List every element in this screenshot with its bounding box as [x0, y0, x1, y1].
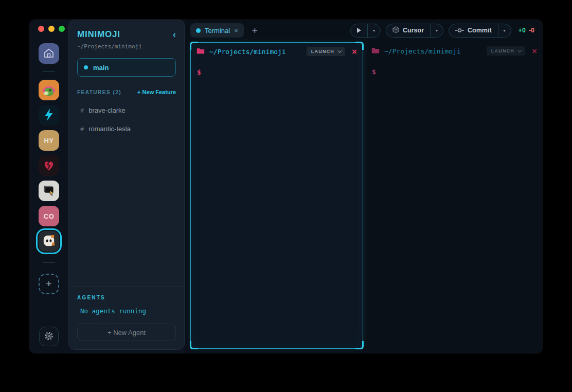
main-area: Terminal × + ▾ Cursor	[185, 20, 543, 353]
add-tab-button[interactable]: +	[252, 26, 258, 35]
traffic-lights	[29, 26, 65, 32]
project-avatar-bolt[interactable]	[39, 105, 59, 126]
diff-stat: +0 -0	[519, 27, 534, 34]
add-project-button[interactable]: +	[39, 274, 59, 294]
chevron-down-icon: ▾	[436, 28, 438, 33]
launch-label: LAUNCH	[491, 48, 514, 54]
cursor-button[interactable]: Cursor	[386, 24, 430, 37]
cursor-options-button[interactable]: ▾	[430, 24, 443, 37]
pane-header: ~/Projects/minimoji LAUNCH ×	[366, 42, 543, 60]
terminal-panes: ~/Projects/minimoji LAUNCH × $	[185, 41, 543, 353]
chevron-down-icon	[517, 48, 522, 52]
home-icon	[43, 47, 55, 61]
cursor-split-button: Cursor ▾	[386, 24, 443, 38]
project-sidebar: MINIMOJI ‹ ~/Projects/minimoji main FEAT…	[68, 20, 185, 350]
shell-prompt: $	[372, 68, 376, 76]
feature-name: romantic-tesla	[88, 125, 131, 133]
git-commit-icon	[455, 26, 464, 35]
focus-corner	[190, 42, 198, 50]
project-avatar-ghost-selected[interactable]	[39, 231, 59, 252]
project-rail: HY CO	[29, 20, 68, 353]
shell-prompt: $	[197, 68, 201, 76]
agents-empty-state: No agents running	[77, 307, 176, 315]
branch-status-dot	[84, 65, 88, 69]
screens-cursor-icon	[41, 182, 57, 200]
tab-status-dot	[196, 28, 201, 33]
terminal-pane-focused[interactable]: ~/Projects/minimoji LAUNCH × $	[190, 42, 363, 349]
avatar-label: CO	[44, 212, 55, 220]
collapse-sidebar-button[interactable]: ‹	[173, 30, 176, 39]
lightning-bolt-icon	[41, 107, 57, 124]
chevron-down-icon	[337, 48, 342, 52]
run-options-button[interactable]: ▾	[367, 24, 380, 37]
chevron-down-icon: ▾	[373, 28, 375, 33]
close-pane-button[interactable]: ×	[532, 47, 537, 56]
feature-item[interactable]: # romantic-tesla	[77, 120, 176, 137]
tab-bar: Terminal × + ▾ Cursor	[185, 20, 543, 41]
branch-name: main	[93, 64, 109, 72]
feature-item[interactable]: # brave-clarke	[77, 102, 176, 119]
features-header: FEATURES (2)	[77, 90, 121, 95]
pane-working-directory: ~/Projects/minimoji	[384, 47, 461, 55]
terminal-pane-unfocused[interactable]: ~/Projects/minimoji LAUNCH × $	[366, 42, 543, 353]
diff-added: +0	[519, 27, 526, 34]
avatar-label: HY	[44, 137, 53, 145]
pane-working-directory: ~/Projects/minimoji	[209, 48, 286, 56]
agents-section: AGENTS No agents running + New Agent	[69, 286, 184, 341]
tab-label: Terminal	[205, 27, 230, 34]
project-avatar-hy[interactable]: HY	[39, 130, 59, 151]
launch-label: LAUNCH	[311, 49, 334, 54]
terminal-output[interactable]: $	[366, 60, 543, 353]
commit-split-button: Commit ▾	[449, 24, 511, 38]
terminal-output[interactable]: $	[191, 60, 363, 348]
hash-icon: #	[80, 107, 84, 114]
broken-heart-icon	[41, 157, 57, 175]
settings-button[interactable]	[39, 327, 59, 346]
ghost-icon	[40, 232, 58, 251]
minimize-window-button[interactable]	[48, 26, 55, 32]
agents-header: AGENTS	[77, 295, 176, 300]
commit-button[interactable]: Commit	[449, 24, 498, 37]
run-split-button: ▾	[350, 24, 381, 38]
dino-headphones-icon	[40, 80, 58, 100]
tab-close-icon[interactable]: ×	[234, 27, 238, 34]
commit-button-label: Commit	[468, 27, 492, 34]
diff-removed: -0	[529, 27, 534, 34]
new-agent-button[interactable]: + New Agent	[77, 324, 176, 341]
focus-corner	[190, 341, 198, 349]
folder-icon	[371, 46, 380, 56]
focus-corner	[355, 341, 364, 349]
launch-dropdown-button[interactable]: LAUNCH	[307, 47, 345, 56]
project-title: MINIMOJI	[77, 29, 120, 40]
feature-name: brave-clarke	[88, 106, 126, 114]
cursor-logo-icon	[392, 26, 399, 35]
project-avatar-dino[interactable]	[39, 80, 59, 100]
branch-selector[interactable]: main	[77, 58, 176, 77]
pane-header: ~/Projects/minimoji LAUNCH ×	[191, 43, 363, 60]
project-avatar-screens[interactable]	[39, 181, 59, 201]
chevron-down-icon: ▾	[504, 28, 506, 33]
zoom-window-button[interactable]	[59, 26, 65, 32]
hash-icon: #	[80, 126, 84, 133]
gear-icon	[44, 331, 54, 343]
home-button[interactable]	[39, 43, 59, 64]
commit-options-button[interactable]: ▾	[498, 24, 511, 37]
project-path: ~/Projects/minimoji	[77, 43, 176, 50]
project-avatar-co[interactable]: CO	[39, 206, 59, 226]
focus-corner	[355, 42, 364, 50]
play-icon	[357, 28, 361, 33]
cursor-button-label: Cursor	[403, 27, 424, 34]
plus-icon: +	[46, 278, 52, 290]
project-avatar-heart[interactable]	[39, 155, 59, 176]
run-button[interactable]	[351, 24, 367, 37]
close-window-button[interactable]	[38, 26, 44, 32]
tab-terminal[interactable]: Terminal ×	[190, 23, 244, 38]
app-window: HY CO	[29, 20, 543, 353]
rail-divider	[43, 262, 55, 263]
rail-divider	[43, 72, 55, 72]
new-feature-button[interactable]: + New Feature	[137, 89, 176, 95]
launch-dropdown-button[interactable]: LAUNCH	[487, 46, 525, 56]
